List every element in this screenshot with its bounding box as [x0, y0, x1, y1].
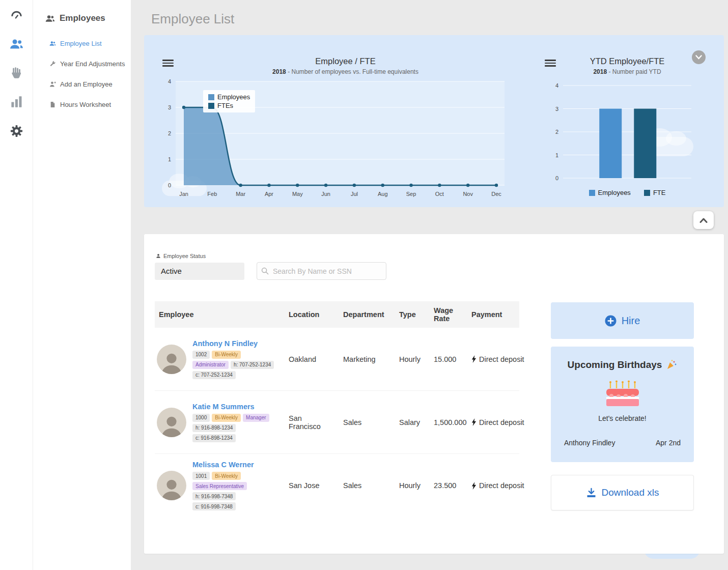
x-tick-label: Nov: [463, 191, 473, 197]
birthday-cake-icon: [603, 380, 642, 409]
employee-name-link[interactable]: Katie M Summers: [192, 403, 255, 411]
legend-swatch: [644, 190, 650, 196]
employee-id-badge: 1002: [192, 351, 210, 359]
main-content: Employee List Employee / FTE 2018 - Numb…: [131, 0, 728, 570]
chart-subtitle: 2018 - Number paid YTD: [543, 68, 712, 75]
sidebar-item-label: Employee List: [60, 40, 102, 47]
y-tick-label: 3: [555, 106, 558, 112]
table-header: Employee Location Department Type Wage R…: [155, 301, 519, 328]
pay-frequency-badge: Bi-Weekly: [212, 414, 241, 422]
x-tick-label: Aug: [378, 191, 388, 197]
pay-frequency-badge: Bi-Weekly: [212, 472, 241, 480]
chart-subtitle: 2018 - Number of employees vs. Full-time…: [156, 68, 535, 75]
employee-info: Anthony N Findley 1002 Bi-Weekly Adminis…: [192, 339, 279, 379]
lightning-icon: [471, 418, 477, 426]
employee-name-link[interactable]: Anthony N Findley: [192, 339, 258, 348]
birthday-message: Let's celebrate!: [551, 414, 694, 422]
y-tick-label: 1: [555, 152, 558, 158]
employee-info: Melissa C Werner 1001 Bi-Weekly Sales Re…: [192, 461, 279, 510]
home-phone-badge: h: 916-998-7348: [192, 492, 236, 500]
collapse-charts-icon[interactable]: [692, 50, 706, 64]
hire-button[interactable]: Hire: [551, 302, 694, 339]
wage-rate-cell: 23.500: [430, 481, 467, 490]
download-xls-button[interactable]: Download xls: [551, 475, 694, 510]
sidebar-header-label: Employees: [60, 13, 105, 23]
avatar: [157, 471, 186, 500]
x-tick-label: Mar: [236, 191, 245, 197]
filters: Employee Status Active: [155, 253, 519, 280]
download-label: Download xls: [602, 487, 659, 498]
ytd-bar-chart: 01234: [546, 82, 698, 182]
download-icon: [586, 488, 597, 498]
data-point: [296, 184, 299, 187]
sidebar-header: Employees: [45, 13, 131, 23]
dashboard-icon[interactable]: [6, 5, 27, 24]
sidebar-item-label: Year End Adjustments: [60, 60, 125, 68]
employee-status-select[interactable]: Active: [155, 263, 244, 280]
employee-fte-chart: Employee / FTE 2018 - Number of employee…: [156, 56, 535, 204]
data-point: [182, 106, 185, 109]
data-point: [438, 184, 441, 187]
legend-label: Employees: [217, 93, 250, 101]
right-rail: Hire Upcoming Birthdays: [551, 253, 694, 532]
birthday-date: Apr 2nd: [656, 439, 681, 447]
legend-swatch: [208, 94, 214, 100]
scroll-top-button[interactable]: [693, 211, 714, 229]
y-tick-label: 4: [555, 82, 558, 89]
page-title: Employee List: [151, 11, 724, 27]
chart-menu-icon[interactable]: [545, 59, 556, 68]
data-point: [324, 184, 327, 187]
search-input[interactable]: [257, 262, 386, 280]
employee-list-card: Employee Status Active Employee Location…: [144, 234, 724, 554]
payment-cell: Direct deposit: [467, 355, 519, 363]
upcoming-birthdays-card: Upcoming Birthdays Let's celebrate! Anth…: [551, 347, 694, 462]
chart-title: Employee / FTE: [156, 56, 535, 66]
person-icon: [156, 253, 161, 259]
home-phone-badge: h: 707-252-1234: [231, 361, 274, 369]
employee-name-link[interactable]: Melissa C Werner: [192, 461, 254, 469]
chart-menu-icon[interactable]: [162, 59, 174, 68]
data-point: [267, 184, 270, 187]
lightning-icon: [471, 482, 477, 490]
payment-cell: Direct deposit: [467, 481, 519, 490]
search-box: [257, 262, 386, 280]
payroll-icon[interactable]: [6, 63, 27, 82]
avatar: [157, 345, 186, 374]
department-cell: Marketing: [339, 355, 395, 363]
location-cell: San Jose: [285, 481, 339, 490]
location-cell: San Francisco: [285, 414, 339, 431]
role-badge: Sales Representative: [192, 482, 247, 490]
employee-cell: Katie M Summers 1000 Bi-Weekly Manager h…: [155, 403, 285, 442]
y-tick-label: 0: [555, 175, 558, 181]
column-header-wage-rate: Wage Rate: [430, 301, 467, 328]
bar-employees: [599, 109, 622, 179]
birthdays-title: Upcoming Birthdays: [551, 359, 694, 370]
x-tick-label: Feb: [207, 191, 217, 197]
employee-cell: Melissa C Werner 1001 Bi-Weekly Sales Re…: [155, 461, 285, 510]
reports-icon[interactable]: [6, 92, 27, 111]
column-header-employee: Employee: [155, 301, 285, 328]
app-icon-sidebar: [0, 0, 33, 570]
x-tick-label: May: [292, 191, 303, 197]
chart-legend: Employees FTE: [543, 188, 712, 197]
x-tick-label: Jun: [321, 191, 330, 197]
department-cell: Sales: [339, 418, 395, 426]
sidebar-item-employee-list[interactable]: Employee List: [49, 40, 131, 47]
y-tick-label: 1: [168, 156, 171, 162]
employee-info: Katie M Summers 1000 Bi-Weekly Manager h…: [192, 403, 279, 442]
settings-icon[interactable]: [6, 121, 27, 140]
table-row: Melissa C Werner 1001 Bi-Weekly Sales Re…: [155, 454, 519, 517]
person-plus-icon: [49, 81, 56, 88]
x-tick-label: Dec: [491, 191, 501, 197]
hire-label: Hire: [622, 315, 640, 327]
cell-phone-badge: c: 916-898-1234: [192, 434, 236, 442]
sidebar-item-year-end-adjustments[interactable]: Year End Adjustments: [49, 60, 131, 68]
sidebar-item-add-an-employee[interactable]: Add an Employee: [49, 80, 131, 88]
sidebar-item-hours-worksheet[interactable]: Hours Worksheet: [49, 101, 131, 108]
x-tick-label: Apr: [265, 191, 273, 197]
data-point: [353, 184, 356, 187]
x-tick-label: Jul: [351, 191, 358, 197]
employees-icon[interactable]: [6, 34, 27, 53]
sidebar-item-label: Hours Worksheet: [60, 101, 111, 108]
type-cell: Salary: [395, 418, 430, 426]
